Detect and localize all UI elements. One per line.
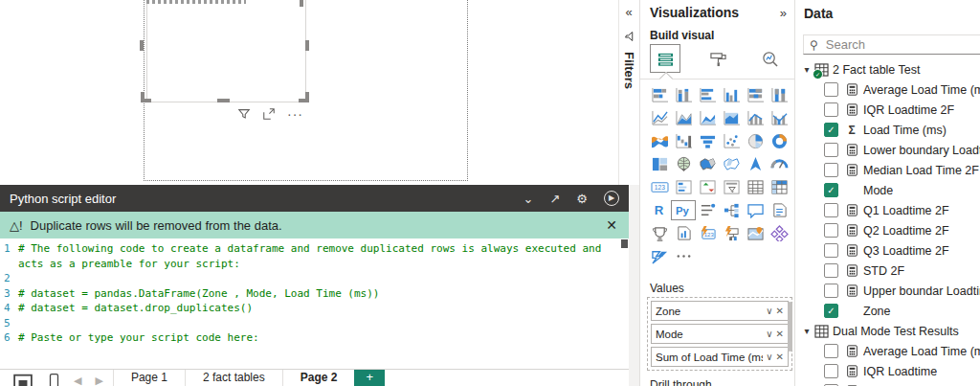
desktop-view-icon[interactable] <box>11 373 34 386</box>
stacked-column-chart-icon[interactable] <box>672 86 695 104</box>
field-row[interactable]: IQR Loadtime <box>795 361 980 381</box>
resize-handle-right[interactable] <box>305 40 309 51</box>
clustered-bar-chart-icon[interactable] <box>696 86 719 104</box>
smart-narrative-icon[interactable] <box>768 201 791 219</box>
code-line[interactable]: 2 <box>0 271 618 286</box>
filled-area-chart-icon[interactable] <box>720 109 743 127</box>
metrics-icon[interactable] <box>648 224 671 242</box>
donut-chart-icon[interactable] <box>768 132 791 150</box>
selected-visual-placeholder[interactable] <box>146 0 306 102</box>
key-influencers-icon[interactable] <box>696 201 719 219</box>
code-line[interactable]: 5 <box>0 316 618 331</box>
chevron-down-icon[interactable]: ∨ <box>766 352 772 362</box>
field-row[interactable]: Median Load Time 2F (ms) <box>795 160 980 180</box>
add-page-button[interactable]: + <box>354 370 385 386</box>
qa-visual-icon[interactable] <box>744 201 767 219</box>
field-row[interactable]: Average Load Time (ms) <box>795 341 980 361</box>
field-row[interactable]: STD 2F <box>795 261 980 281</box>
resize-handle-left[interactable] <box>140 40 144 51</box>
field-row[interactable]: Q3 Loadtime 2F <box>795 240 980 261</box>
run-script-icon[interactable]: ▶ <box>604 191 619 206</box>
field-well[interactable]: Zone∨✕ <box>651 301 789 321</box>
field-well[interactable]: Mode∨✕ <box>651 324 789 344</box>
funnel-chart-icon[interactable] <box>696 132 719 150</box>
multi-row-card-icon[interactable] <box>672 178 695 196</box>
remove-field-icon[interactable]: ✕ <box>776 329 784 339</box>
flow-visual-icon[interactable] <box>648 247 671 265</box>
line-stacked-column-chart-icon[interactable] <box>744 109 767 127</box>
shape-map-icon[interactable] <box>720 155 743 173</box>
field-checkbox[interactable] <box>824 223 838 238</box>
slicer-icon[interactable] <box>720 178 743 196</box>
field-checkbox[interactable] <box>824 364 838 378</box>
100-stacked-column-chart-icon[interactable] <box>768 86 791 104</box>
resize-handle-bottom-left-v[interactable] <box>141 92 145 102</box>
field-row[interactable]: Q2 Loadtime 2F <box>795 220 980 240</box>
viz-tab-analytics[interactable] <box>755 45 784 72</box>
page-tab[interactable]: Page 2 <box>282 370 355 386</box>
filter-funnel-icon[interactable] <box>623 31 635 42</box>
table-row[interactable]: ▾ Dual Mode Test Results <box>795 321 980 341</box>
next-page-icon[interactable]: ▶ <box>95 373 102 386</box>
viz-pane-scrollbar-thumb[interactable] <box>788 302 792 352</box>
code-line[interactable]: 4# dataset = dataset.drop_duplicates() <box>0 301 618 316</box>
field-checkbox[interactable] <box>824 263 838 278</box>
resize-handle-bottom-right-v[interactable] <box>305 92 309 102</box>
gear-icon[interactable]: ⚙ <box>576 192 588 206</box>
field-checkbox[interactable] <box>824 243 838 258</box>
field-checkbox[interactable]: ✓ <box>824 123 838 137</box>
waterfall-chart-icon[interactable] <box>672 132 695 150</box>
field-row[interactable]: Q1 Loadtime 2F <box>795 200 980 220</box>
chevron-down-icon[interactable]: ▾ <box>801 326 813 336</box>
mobile-view-icon[interactable] <box>48 373 60 386</box>
field-checkbox[interactable] <box>824 102 838 117</box>
code-line[interactable]: 6# Paste or type your script code here: <box>0 330 618 346</box>
stacked-area-chart-icon[interactable] <box>696 109 719 127</box>
field-row[interactable]: ✓ Σ Load Time (ms) <box>795 120 980 140</box>
power-apps-icon[interactable]: 123 <box>696 224 719 242</box>
r-script-visual-icon[interactable]: R <box>648 201 671 219</box>
more-visuals-dots-icon[interactable] <box>672 247 695 265</box>
field-checkbox[interactable] <box>824 143 838 157</box>
area-chart-icon[interactable] <box>672 109 695 127</box>
code-editor[interactable]: 1# The following code to create a datafr… <box>0 238 618 366</box>
line-clustered-column-chart-icon[interactable] <box>768 109 791 127</box>
scatter-chart-icon[interactable] <box>720 132 743 150</box>
focus-mode-icon[interactable] <box>262 107 276 121</box>
100-stacked-bar-chart-icon[interactable] <box>744 86 767 104</box>
viz-tab-build-visual[interactable] <box>650 44 680 73</box>
collapse-filters-icon[interactable]: « <box>625 6 632 19</box>
field-row[interactable]: Upper boundar Loadtime 2F <box>795 281 980 301</box>
line-chart-icon[interactable] <box>648 109 671 127</box>
table-icon[interactable] <box>744 178 767 196</box>
chevron-down-icon[interactable]: ▾ <box>801 64 813 75</box>
decomposition-tree-icon[interactable] <box>720 201 743 219</box>
filled-map-icon[interactable] <box>696 155 719 173</box>
custom-visual-diamond-icon[interactable] <box>768 224 791 242</box>
matrix-icon[interactable] <box>768 178 791 196</box>
prev-page-icon[interactable]: ◀ <box>74 373 81 386</box>
arcgis-map-icon[interactable] <box>744 224 767 242</box>
field-checkbox[interactable] <box>824 284 838 298</box>
resize-handle-top-right[interactable] <box>300 0 303 7</box>
field-row[interactable]: ✓ Mode <box>795 180 980 200</box>
stacked-bar-chart-icon[interactable] <box>648 86 671 104</box>
field-row[interactable] <box>795 381 980 386</box>
viz-tab-format-visual[interactable] <box>703 45 732 72</box>
field-checkbox[interactable] <box>824 163 838 177</box>
chevron-down-icon[interactable]: ⌄ <box>523 192 534 206</box>
expand-pane-icon[interactable]: » <box>780 6 787 20</box>
clustered-column-chart-icon[interactable] <box>720 86 743 104</box>
kpi-icon[interactable] <box>696 178 719 196</box>
code-line[interactable]: 3# dataset = pandas.DataFrame(Zone , Mod… <box>0 286 618 302</box>
treemap-icon[interactable] <box>648 155 671 173</box>
page-tab[interactable]: Page 1 <box>113 370 185 386</box>
code-scrollbar-thumb[interactable] <box>621 239 628 248</box>
field-row[interactable]: ✓ Zone <box>795 301 980 321</box>
search-box[interactable]: ⚲ <box>803 34 980 55</box>
report-canvas[interactable]: ··· <box>0 0 618 185</box>
azure-map-icon[interactable] <box>744 155 767 173</box>
chevron-down-icon[interactable]: ∨ <box>766 329 772 339</box>
paginated-report-icon[interactable] <box>672 224 695 242</box>
remove-field-icon[interactable]: ✕ <box>776 306 784 316</box>
